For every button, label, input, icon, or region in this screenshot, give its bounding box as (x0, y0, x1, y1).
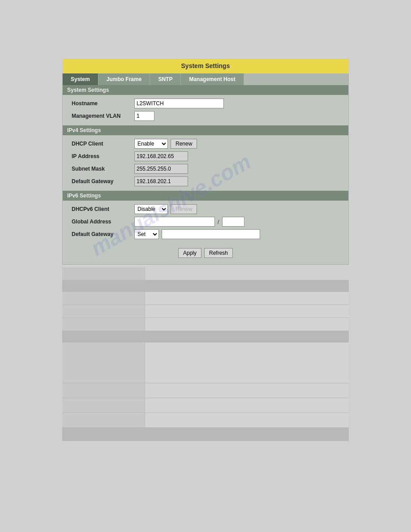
settings-panel: System Settings Hostname Management VLAN… (62, 85, 349, 265)
lower-data-row-5 (62, 398, 349, 413)
subnet-input[interactable] (134, 164, 188, 174)
lower-header-cell-right (145, 267, 349, 280)
ip-row: IP Address (67, 151, 344, 161)
gw-row: Default Gateway (67, 176, 344, 186)
prefix-input[interactable] (222, 217, 244, 227)
tab-management-host[interactable]: Management Host (181, 73, 244, 85)
refresh-button[interactable]: Refresh (204, 248, 233, 258)
global-addr-label: Global Address (72, 219, 134, 225)
ipv4-settings-body: DHCP Client Enable Disable Renew IP Addr… (63, 135, 348, 191)
prefix-separator: / (218, 219, 219, 225)
ipv6-gw-row: Default Gateway Set Unset (67, 229, 344, 239)
ip-label: IP Address (72, 153, 134, 159)
lower-tall-cell-left (62, 343, 145, 383)
hostname-input[interactable] (134, 99, 224, 108)
tab-row: System Jumbo Frame SNTP Management Host (62, 73, 349, 85)
lower-data-row-4 (62, 383, 349, 398)
dhcp-select[interactable]: Enable Disable (134, 139, 168, 149)
system-settings-body: Hostname Management VLAN (63, 95, 348, 125)
ipv4-settings-header: IPv4 Settings (63, 125, 348, 135)
mgmt-vlan-label: Management VLAN (72, 113, 134, 119)
gw-input[interactable] (134, 176, 188, 186)
gw-label: Default Gateway (72, 178, 134, 184)
lower-cell-2-left (62, 305, 145, 317)
lower-data-row-6 (62, 413, 349, 428)
tab-jumbo-frame[interactable]: Jumbo Frame (98, 73, 150, 85)
dhcp-control: Enable Disable Renew (134, 139, 197, 149)
dhcpv6-label: DHCPv6 Client (72, 206, 134, 212)
renew-button[interactable]: Renew (171, 139, 197, 149)
global-addr-row: Global Address / (67, 217, 344, 227)
mgmt-vlan-control (134, 111, 154, 121)
hostname-row: Hostname (67, 99, 344, 108)
system-settings-header: System Settings (63, 85, 348, 95)
dhcp-label: DHCP Client (72, 141, 134, 147)
page-title: System Settings (62, 58, 349, 73)
lower-cell-5-right (145, 398, 349, 412)
lower-section-row-2 (62, 331, 349, 343)
dhcpv6-select[interactable]: Disable Enable (134, 204, 168, 214)
dhcpv6-row: DHCPv6 Client Disable Enable Renew (67, 204, 344, 214)
main-panel: System Settings System Jumbo Frame SNTP … (62, 58, 349, 441)
ipv6-gw-input[interactable] (162, 229, 260, 239)
subnet-control (134, 164, 188, 174)
lower-section-row-3 (62, 428, 349, 441)
dhcp-row: DHCP Client Enable Disable Renew (67, 139, 344, 149)
ipv6-settings-body: DHCPv6 Client Disable Enable Renew Globa… (63, 201, 348, 244)
tab-system[interactable]: System (63, 73, 98, 85)
page-wrapper: manualshive.com System Settings System J… (0, 0, 411, 532)
hostname-label: Hostname (72, 100, 134, 107)
bottom-buttons: Apply Refresh (63, 248, 348, 260)
lower-table (62, 267, 349, 441)
lower-cell-4-left (62, 383, 145, 398)
subnet-label: Subnet Mask (72, 166, 134, 172)
ipv6-gw-label: Default Gateway (72, 231, 134, 237)
lower-cell-6-left (62, 413, 145, 427)
lower-cell-1-left (62, 292, 145, 305)
lower-tall-row (62, 343, 349, 383)
ipv6-gw-control: Set Unset (134, 229, 260, 239)
lower-cell-5-left (62, 398, 145, 412)
lower-cell-2-right (145, 305, 349, 317)
lower-header-row (62, 267, 349, 280)
lower-cell-1-right (145, 292, 349, 305)
gw-control (134, 176, 188, 186)
hostname-control (134, 99, 224, 108)
lower-data-row-1 (62, 292, 349, 305)
global-addr-input[interactable] (134, 217, 215, 227)
ipv6-settings-header: IPv6 Settings (63, 191, 348, 201)
mgmt-vlan-row: Management VLAN (67, 111, 344, 121)
lower-cell-3-left (62, 318, 145, 330)
lower-data-row-2 (62, 305, 349, 318)
tab-sntp[interactable]: SNTP (150, 73, 181, 85)
lower-tall-cell-right (145, 343, 349, 383)
ip-control (134, 151, 188, 161)
lower-cell-6-right (145, 413, 349, 427)
ip-input[interactable] (134, 151, 188, 161)
dhcpv6-renew-button[interactable]: Renew (171, 204, 197, 214)
lower-section-row-1 (62, 280, 349, 292)
mgmt-vlan-input[interactable] (134, 111, 154, 121)
lower-cell-3-right (145, 318, 349, 330)
lower-header-cell-left (62, 267, 145, 280)
lower-cell-4-right (145, 383, 349, 398)
lower-data-row-3 (62, 318, 349, 331)
global-addr-control: / (134, 217, 244, 227)
subnet-row: Subnet Mask (67, 164, 344, 174)
apply-button[interactable]: Apply (178, 248, 201, 258)
set-select[interactable]: Set Unset (134, 229, 159, 239)
dhcpv6-control: Disable Enable Renew (134, 204, 197, 214)
